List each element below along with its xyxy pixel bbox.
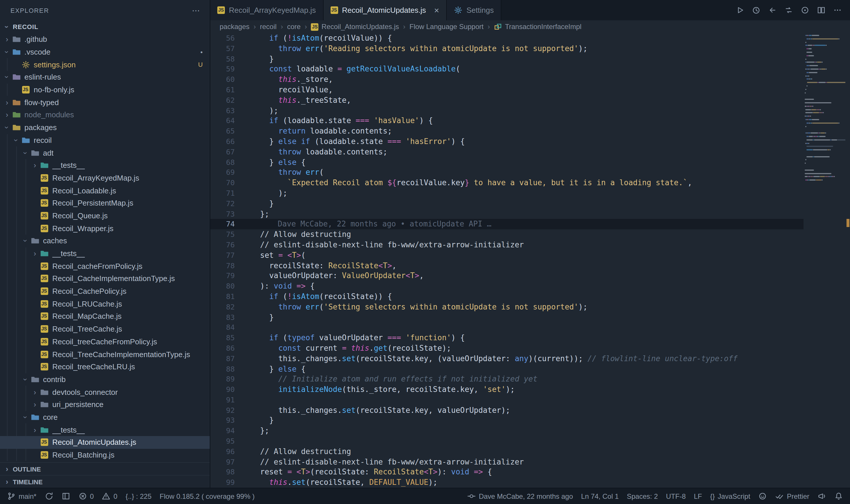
code-line[interactable]: 61 recoilValue, — [210, 85, 803, 95]
overview-ruler[interactable] — [845, 33, 850, 488]
tree-item-packages[interactable]: ›packages — [0, 121, 210, 134]
chevron-down-icon[interactable]: › — [3, 73, 11, 82]
split-editor-icon[interactable] — [817, 6, 826, 15]
status-cursor-position[interactable]: Ln 74, Col 1 — [581, 492, 618, 500]
code-line[interactable]: 60 this._store, — [210, 74, 803, 85]
chevron-right-icon[interactable]: › — [30, 426, 39, 433]
code-line[interactable]: 69 throw err( — [210, 167, 803, 178]
tree-item-recoil-wrapper-js[interactable]: JSRecoil_Wrapper.js — [0, 222, 210, 235]
code-line[interactable]: 72 } — [210, 199, 803, 209]
tree-item-recoil[interactable]: ›recoil — [0, 134, 210, 146]
status-blame[interactable]: Dave McCabe, 22 months ago — [467, 492, 573, 501]
code-line[interactable]: 88 } else { — [210, 364, 803, 374]
breadcrumb-item-recoil[interactable]: recoil — [260, 23, 277, 31]
code-line[interactable]: 65 return loadable.contents; — [210, 126, 803, 137]
code-line[interactable]: 68 } else { — [210, 157, 803, 167]
code-line[interactable]: 77 set = <T>( — [210, 250, 803, 260]
code-line[interactable]: 66 } else if (loadable.state === 'hasErr… — [210, 137, 803, 147]
status-bracket-count[interactable]: {..} : 225 — [125, 492, 152, 500]
status-warnings[interactable]: 0 — [102, 492, 117, 501]
tree-item-recoil-lrucache-js[interactable]: JSRecoil_LRUCache.js — [0, 298, 210, 310]
code-line[interactable]: 80 ): void => { — [210, 281, 803, 291]
status-flow[interactable]: Flow 0.185.2 ( coverage 99% ) — [160, 492, 255, 500]
tree-item-eslint-rules[interactable]: ›eslint-rules — [0, 71, 210, 83]
code-line[interactable]: 91 — [210, 395, 803, 405]
tree-item-recoil-batching-js[interactable]: JSRecoil_Batching.js — [0, 449, 210, 461]
chevron-down-icon[interactable]: › — [13, 136, 20, 145]
tree-item-vscode[interactable]: ›.vscode● — [0, 46, 210, 58]
breadcrumb-item-packages[interactable]: packages — [219, 23, 250, 31]
tree-item-recoil-loadable-js[interactable]: JSRecoil_Loadable.js — [0, 184, 210, 197]
tree-item-recoil-cacheimplementationtype-js[interactable]: JSRecoil_CacheImplementationType.js — [0, 272, 210, 285]
section-recoil[interactable]: › RECOIL — [0, 20, 210, 33]
tree-item-recoil-arraykeyedmap-js[interactable]: JSRecoil_ArrayKeyedMap.js — [0, 172, 210, 184]
status-branch[interactable]: main* — [7, 492, 36, 501]
tree-item-settings-json[interactable]: settings.jsonU — [0, 58, 210, 71]
code-line[interactable]: 76 // eslint-disable-next-line fb-www/ex… — [210, 240, 803, 250]
code-line[interactable]: 97 // eslint-disable-next-line fb-www/ex… — [210, 457, 803, 467]
chevron-down-icon[interactable]: › — [3, 123, 11, 132]
tree-item-tests[interactable]: ›__tests__ — [0, 159, 210, 172]
tree-item-recoil-persistentmap-js[interactable]: JSRecoil_PersistentMap.js — [0, 197, 210, 209]
status-notifications[interactable] — [834, 492, 843, 501]
code-line[interactable]: 64 if (loadable.state === 'hasValue') { — [210, 116, 803, 126]
chevron-down-icon[interactable]: › — [22, 413, 29, 422]
open-changes-icon[interactable] — [784, 6, 793, 15]
code-line[interactable]: 92 this._changes.set(recoilState.key, va… — [210, 405, 803, 415]
tree-item-adt[interactable]: ›adt — [0, 146, 210, 159]
go-back-icon[interactable] — [768, 6, 777, 15]
code-line[interactable]: 78 recoilState: RecoilState<T>, — [210, 260, 803, 271]
code-line[interactable]: 57 throw err('Reading selectors within a… — [210, 43, 803, 54]
code-line[interactable]: 56 if (!isAtom(recoilValue)) { — [210, 33, 803, 43]
tree-item-recoil-atomicupdates-js[interactable]: JSRecoil_AtomicUpdates.js — [0, 436, 210, 449]
tree-item-recoil-treecachefrompolicy-js[interactable]: JSRecoil_treeCacheFromPolicy.js — [0, 335, 210, 348]
minimap[interactable] — [803, 35, 845, 183]
tree-item-recoil-treecacheimplementationtype-js[interactable]: JSRecoil_TreeCacheImplementationType.js — [0, 348, 210, 360]
code-line[interactable]: 67 throw loadable.contents; — [210, 147, 803, 157]
tree-item-contrib[interactable]: ›contrib — [0, 373, 210, 385]
code-line[interactable]: 93 } — [210, 415, 803, 426]
chevron-down-icon[interactable]: › — [22, 375, 29, 384]
code-line[interactable]: 87 this._changes.set(recoilState.key, (v… — [210, 353, 803, 364]
status-announcement[interactable] — [817, 492, 826, 501]
tree-item-recoil-mapcache-js[interactable]: JSRecoil_MapCache.js — [0, 310, 210, 323]
code-line[interactable]: 62 this._treeState, — [210, 95, 803, 106]
code-line[interactable]: 63 ); — [210, 105, 803, 116]
toggle-blame-icon[interactable] — [801, 6, 809, 15]
chevron-down-icon[interactable]: › — [3, 47, 11, 57]
section-timeline[interactable]: › TIMELINE — [0, 475, 210, 488]
editor[interactable]: 56 if (!isAtom(recoilValue)) {57 throw e… — [210, 33, 850, 488]
tree-item-recoil-queue-js[interactable]: JSRecoil_Queue.js — [0, 209, 210, 222]
breadcrumb-item-transactioninterfaceimpl[interactable]: TransactionInterfaceImpl — [494, 23, 581, 31]
chevron-right-icon[interactable]: › — [30, 250, 39, 257]
file-history-icon[interactable] — [752, 6, 761, 15]
code-line[interactable]: 79 valueOrUpdater: ValueOrUpdater<T>, — [210, 271, 803, 281]
chevron-right-icon[interactable]: › — [30, 388, 39, 396]
tab-recoil-atomicupdates-js[interactable]: JSRecoil_AtomicUpdates.js× — [323, 0, 447, 20]
code-line[interactable]: 96 // Allow destructing — [210, 447, 803, 457]
tree-item-no-fb-only-js[interactable]: JSno-fb-only.js — [0, 84, 210, 96]
section-outline[interactable]: › OUTLINE — [0, 462, 210, 475]
code-line[interactable]: 83 } — [210, 312, 803, 323]
code-line[interactable]: 85 if (typeof valueOrUpdater === 'functi… — [210, 333, 803, 343]
tree-item-core[interactable]: ›core — [0, 411, 210, 423]
tree-item-recoil-cachefrompolicy-js[interactable]: JSRecoil_cacheFromPolicy.js — [0, 260, 210, 272]
status-eol[interactable]: LF — [694, 492, 702, 500]
breadcrumb-item-recoil-atomicupdates-js[interactable]: JSRecoil_AtomicUpdates.js — [311, 23, 399, 31]
code-line[interactable]: 95 — [210, 436, 803, 447]
code-line[interactable]: 94 }; — [210, 426, 803, 436]
tab-recoil-arraykeyedmap-js[interactable]: JSRecoil_ArrayKeyedMap.js — [210, 0, 323, 20]
code-line[interactable]: 59 const loadable = getRecoilValueAsLoad… — [210, 64, 803, 75]
chevron-right-icon[interactable]: › — [2, 111, 12, 119]
tree-item-devtools-connector[interactable]: ›devtools_connector — [0, 386, 210, 398]
tree-item-node-modules[interactable]: ›node_modules — [0, 109, 210, 121]
close-tab-icon[interactable]: × — [434, 6, 439, 15]
code-line[interactable]: 84 — [210, 323, 803, 333]
chevron-right-icon[interactable]: › — [30, 401, 39, 409]
code-line[interactable]: 71 ); — [210, 188, 803, 199]
tree-item-github[interactable]: ›.github — [0, 33, 210, 46]
tree-item-caches[interactable]: ›caches — [0, 235, 210, 247]
status-encoding[interactable]: UTF-8 — [666, 492, 686, 500]
tree-item-recoil-treecachelru-js[interactable]: JSRecoil_treeCacheLRU.js — [0, 361, 210, 373]
chevron-right-icon[interactable]: › — [30, 161, 39, 169]
